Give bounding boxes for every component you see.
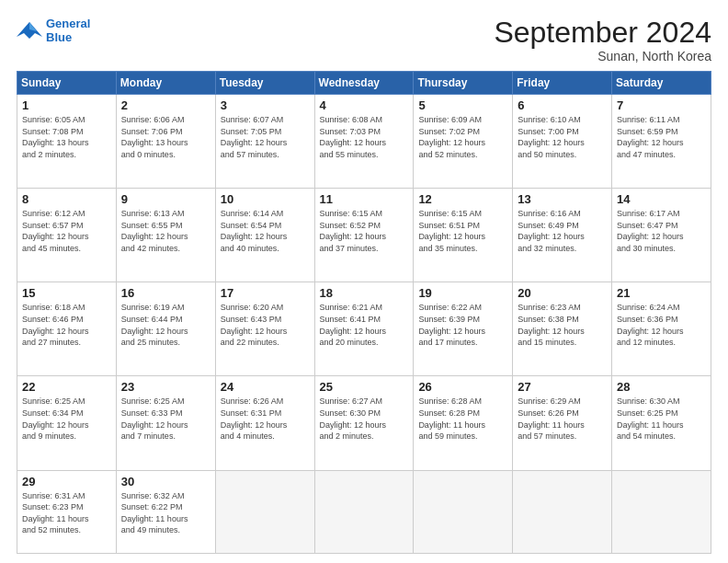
calendar-week-row: 1Sunrise: 6:05 AMSunset: 7:08 PMDaylight… bbox=[17, 95, 711, 189]
calendar-week-row: 29Sunrise: 6:31 AMSunset: 6:23 PMDayligh… bbox=[17, 470, 711, 554]
day-number: 5 bbox=[418, 98, 507, 112]
day-number: 16 bbox=[121, 286, 210, 300]
table-row: 6Sunrise: 6:10 AMSunset: 7:00 PMDaylight… bbox=[513, 95, 612, 189]
table-row: 25Sunrise: 6:27 AMSunset: 6:30 PMDayligh… bbox=[314, 376, 414, 470]
table-row: 12Sunrise: 6:15 AMSunset: 6:51 PMDayligh… bbox=[414, 189, 513, 282]
day-info: Sunrise: 6:27 AMSunset: 6:30 PMDaylight:… bbox=[320, 396, 409, 442]
table-row bbox=[414, 470, 513, 554]
day-number: 14 bbox=[617, 192, 706, 206]
table-row: 21Sunrise: 6:24 AMSunset: 6:36 PMDayligh… bbox=[612, 282, 711, 376]
day-info: Sunrise: 6:30 AMSunset: 6:25 PMDaylight:… bbox=[617, 396, 706, 442]
month-title: September 2024 bbox=[494, 17, 711, 49]
col-sunday: Sunday bbox=[17, 72, 117, 95]
day-info: Sunrise: 6:20 AMSunset: 6:43 PMDaylight:… bbox=[221, 302, 310, 348]
day-number: 10 bbox=[221, 192, 310, 206]
table-row: 26Sunrise: 6:28 AMSunset: 6:28 PMDayligh… bbox=[414, 376, 513, 470]
day-info: Sunrise: 6:16 AMSunset: 6:49 PMDaylight:… bbox=[518, 208, 607, 254]
col-monday: Monday bbox=[116, 72, 215, 95]
day-number: 28 bbox=[617, 380, 706, 394]
day-number: 1 bbox=[22, 98, 111, 112]
day-number: 30 bbox=[121, 475, 210, 488]
table-row bbox=[215, 470, 314, 554]
table-row: 18Sunrise: 6:21 AMSunset: 6:41 PMDayligh… bbox=[314, 282, 414, 376]
day-number: 19 bbox=[418, 286, 507, 300]
col-wednesday: Wednesday bbox=[314, 72, 414, 95]
day-info: Sunrise: 6:07 AMSunset: 7:05 PMDaylight:… bbox=[221, 114, 310, 160]
day-info: Sunrise: 6:12 AMSunset: 6:57 PMDaylight:… bbox=[22, 208, 111, 254]
table-row: 9Sunrise: 6:13 AMSunset: 6:55 PMDaylight… bbox=[116, 189, 215, 282]
day-number: 26 bbox=[418, 380, 507, 394]
day-info: Sunrise: 6:31 AMSunset: 6:23 PMDaylight:… bbox=[22, 490, 111, 536]
table-row: 5Sunrise: 6:09 AMSunset: 7:02 PMDaylight… bbox=[414, 95, 513, 189]
day-info: Sunrise: 6:17 AMSunset: 6:47 PMDaylight:… bbox=[617, 208, 706, 254]
day-info: Sunrise: 6:26 AMSunset: 6:31 PMDaylight:… bbox=[221, 396, 310, 442]
location: Sunan, North Korea bbox=[494, 49, 711, 63]
col-saturday: Saturday bbox=[612, 72, 711, 95]
day-info: Sunrise: 6:32 AMSunset: 6:22 PMDaylight:… bbox=[121, 490, 210, 536]
table-row bbox=[612, 470, 711, 554]
calendar-table: Sunday Monday Tuesday Wednesday Thursday… bbox=[17, 71, 711, 554]
day-number: 4 bbox=[320, 98, 409, 112]
table-row: 28Sunrise: 6:30 AMSunset: 6:25 PMDayligh… bbox=[612, 376, 711, 470]
table-row: 23Sunrise: 6:25 AMSunset: 6:33 PMDayligh… bbox=[116, 376, 215, 470]
table-row: 16Sunrise: 6:19 AMSunset: 6:44 PMDayligh… bbox=[116, 282, 215, 376]
day-number: 18 bbox=[320, 286, 409, 300]
table-row: 3Sunrise: 6:07 AMSunset: 7:05 PMDaylight… bbox=[215, 95, 314, 189]
day-info: Sunrise: 6:06 AMSunset: 7:06 PMDaylight:… bbox=[121, 114, 210, 160]
day-number: 7 bbox=[617, 98, 706, 112]
day-info: Sunrise: 6:05 AMSunset: 7:08 PMDaylight:… bbox=[22, 114, 111, 160]
day-info: Sunrise: 6:28 AMSunset: 6:28 PMDaylight:… bbox=[418, 396, 507, 442]
day-info: Sunrise: 6:13 AMSunset: 6:55 PMDaylight:… bbox=[121, 208, 210, 254]
table-row: 14Sunrise: 6:17 AMSunset: 6:47 PMDayligh… bbox=[612, 189, 711, 282]
day-number: 27 bbox=[518, 380, 607, 394]
day-number: 8 bbox=[22, 192, 111, 206]
table-row: 22Sunrise: 6:25 AMSunset: 6:34 PMDayligh… bbox=[17, 376, 117, 470]
table-row bbox=[314, 470, 414, 554]
table-row bbox=[513, 470, 612, 554]
title-block: September 2024 Sunan, North Korea bbox=[494, 17, 711, 63]
logo-icon bbox=[17, 20, 42, 40]
day-info: Sunrise: 6:21 AMSunset: 6:41 PMDaylight:… bbox=[320, 302, 409, 348]
day-info: Sunrise: 6:08 AMSunset: 7:03 PMDaylight:… bbox=[320, 114, 409, 160]
day-info: Sunrise: 6:25 AMSunset: 6:33 PMDaylight:… bbox=[121, 396, 210, 442]
col-friday: Friday bbox=[513, 72, 612, 95]
day-info: Sunrise: 6:10 AMSunset: 7:00 PMDaylight:… bbox=[518, 114, 607, 160]
logo: General Blue bbox=[17, 17, 90, 44]
table-row: 13Sunrise: 6:16 AMSunset: 6:49 PMDayligh… bbox=[513, 189, 612, 282]
table-row: 17Sunrise: 6:20 AMSunset: 6:43 PMDayligh… bbox=[215, 282, 314, 376]
day-info: Sunrise: 6:11 AMSunset: 6:59 PMDaylight:… bbox=[617, 114, 706, 160]
day-number: 17 bbox=[221, 286, 310, 300]
day-number: 11 bbox=[320, 192, 409, 206]
day-number: 24 bbox=[221, 380, 310, 394]
day-number: 15 bbox=[22, 286, 111, 300]
table-row: 2Sunrise: 6:06 AMSunset: 7:06 PMDaylight… bbox=[116, 95, 215, 189]
table-row: 11Sunrise: 6:15 AMSunset: 6:52 PMDayligh… bbox=[314, 189, 414, 282]
day-info: Sunrise: 6:15 AMSunset: 6:51 PMDaylight:… bbox=[418, 208, 507, 254]
day-number: 20 bbox=[518, 286, 607, 300]
logo-text: General Blue bbox=[46, 17, 90, 44]
day-number: 3 bbox=[221, 98, 310, 112]
table-row: 20Sunrise: 6:23 AMSunset: 6:38 PMDayligh… bbox=[513, 282, 612, 376]
day-info: Sunrise: 6:19 AMSunset: 6:44 PMDaylight:… bbox=[121, 302, 210, 348]
table-row: 1Sunrise: 6:05 AMSunset: 7:08 PMDaylight… bbox=[17, 95, 117, 189]
table-row: 8Sunrise: 6:12 AMSunset: 6:57 PMDaylight… bbox=[17, 189, 117, 282]
day-info: Sunrise: 6:15 AMSunset: 6:52 PMDaylight:… bbox=[320, 208, 409, 254]
table-row: 19Sunrise: 6:22 AMSunset: 6:39 PMDayligh… bbox=[414, 282, 513, 376]
calendar-week-row: 15Sunrise: 6:18 AMSunset: 6:46 PMDayligh… bbox=[17, 282, 711, 376]
col-tuesday: Tuesday bbox=[215, 72, 314, 95]
table-row: 7Sunrise: 6:11 AMSunset: 6:59 PMDaylight… bbox=[612, 95, 711, 189]
table-row: 10Sunrise: 6:14 AMSunset: 6:54 PMDayligh… bbox=[215, 189, 314, 282]
calendar-header-row: Sunday Monday Tuesday Wednesday Thursday… bbox=[17, 72, 711, 95]
table-row: 15Sunrise: 6:18 AMSunset: 6:46 PMDayligh… bbox=[17, 282, 117, 376]
day-info: Sunrise: 6:09 AMSunset: 7:02 PMDaylight:… bbox=[418, 114, 507, 160]
day-number: 2 bbox=[121, 98, 210, 112]
header: General Blue September 2024 Sunan, North… bbox=[17, 17, 711, 63]
table-row: 29Sunrise: 6:31 AMSunset: 6:23 PMDayligh… bbox=[17, 470, 117, 554]
day-info: Sunrise: 6:24 AMSunset: 6:36 PMDaylight:… bbox=[617, 302, 706, 348]
day-info: Sunrise: 6:29 AMSunset: 6:26 PMDaylight:… bbox=[518, 396, 607, 442]
day-number: 12 bbox=[418, 192, 507, 206]
day-number: 21 bbox=[617, 286, 706, 300]
day-number: 29 bbox=[22, 475, 111, 488]
day-info: Sunrise: 6:18 AMSunset: 6:46 PMDaylight:… bbox=[22, 302, 111, 348]
table-row: 24Sunrise: 6:26 AMSunset: 6:31 PMDayligh… bbox=[215, 376, 314, 470]
